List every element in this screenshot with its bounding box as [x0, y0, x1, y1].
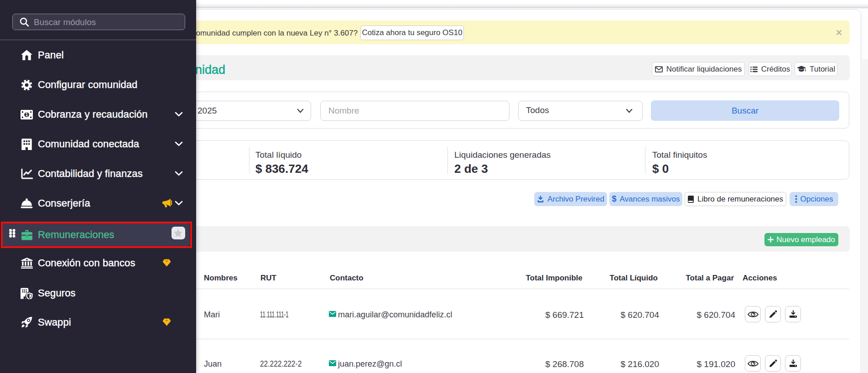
- svg-text:1: 1: [26, 112, 28, 117]
